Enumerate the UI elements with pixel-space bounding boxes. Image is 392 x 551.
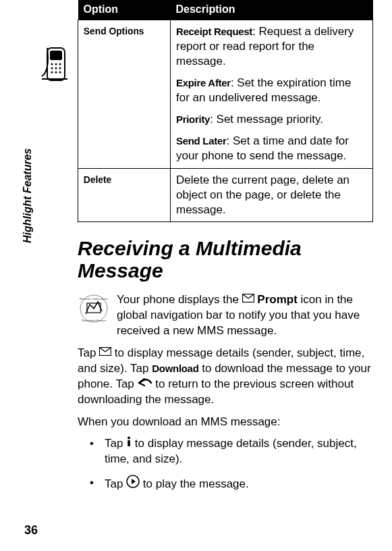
svg-point-18: [128, 436, 130, 439]
list-item: Tap to display message details (sender, …: [98, 436, 373, 467]
phone-graphic-icon: [40, 44, 73, 84]
section-heading: Receiving a Multimedia Message: [78, 237, 373, 282]
svg-point-7: [59, 68, 61, 70]
option-send-options: Send Options: [78, 20, 163, 168]
svg-point-5: [51, 68, 53, 70]
tap-instructions-paragraph: Tap to display message details (sender, …: [78, 346, 373, 408]
col-header-option: Option: [78, 0, 171, 20]
svg-rect-19: [128, 440, 130, 446]
svg-point-9: [55, 72, 57, 74]
download-label: Download: [152, 363, 198, 374]
svg-point-2: [51, 63, 53, 65]
network-subscription-badge-icon: Network / Subscription Dependent Feature: [78, 294, 110, 323]
sub-option-priority: Priority: [176, 113, 210, 125]
list-item: Tap to play the message.: [98, 475, 373, 494]
p2-pre: Tap: [78, 346, 99, 359]
envelope-icon: [99, 345, 111, 361]
svg-text:Dependent Feature: Dependent Feature: [82, 319, 107, 322]
option-delete: Delete: [78, 168, 163, 221]
section-running-head: Highlight Features: [22, 149, 34, 243]
svg-text:Network / Subscription: Network / Subscription: [80, 297, 109, 300]
intro-text-pre: Your phone displays the: [117, 293, 242, 306]
info-i-icon: [126, 436, 132, 452]
sub-option-receipt-request: Receipt Request: [176, 26, 252, 37]
when-download-paragraph: When you download an MMS message:: [78, 415, 373, 430]
b1-post: to display message details (sender, subj…: [105, 437, 357, 465]
table-row: Send Options Receipt Request: Request a …: [78, 20, 373, 168]
svg-rect-1: [50, 51, 62, 60]
options-table: Option Description Send Options Receipt …: [78, 0, 373, 222]
option-delete-desc: Delete the current page, delete an objec…: [171, 168, 373, 221]
svg-point-6: [55, 68, 57, 70]
sub-option-priority-text: : Set message priority.: [210, 113, 323, 126]
download-steps-list: Tap to display message details (sender, …: [78, 436, 373, 494]
envelope-icon: [242, 292, 254, 307]
back-arrow-icon: [138, 376, 152, 392]
svg-point-3: [55, 63, 57, 65]
table-row: Delete Delete the current page, delete a…: [78, 168, 373, 221]
intro-paragraph: Your phone displays the Prompt icon in t…: [117, 292, 373, 339]
b2-post: to play the message.: [140, 477, 249, 490]
b2-pre: Tap: [105, 477, 126, 490]
sub-option-send-later: Send Later: [176, 135, 227, 147]
play-circle-icon: [126, 475, 140, 493]
prompt-label: Prompt: [254, 293, 298, 306]
svg-point-4: [59, 63, 61, 65]
col-header-description: Description: [171, 0, 373, 20]
option-send-options-desc: Receipt Request: Request a delivery repo…: [171, 20, 373, 168]
svg-point-10: [59, 72, 61, 74]
page-number: 36: [24, 523, 38, 537]
svg-point-8: [51, 72, 53, 74]
sub-option-expire-after: Expire After: [176, 77, 231, 88]
b1-pre: Tap: [105, 437, 126, 450]
